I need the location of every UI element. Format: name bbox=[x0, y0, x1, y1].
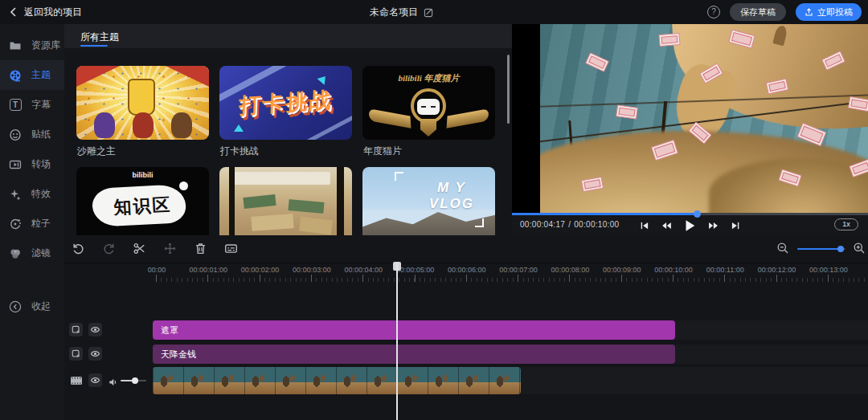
theme-card-my-vlog[interactable]: M YVLOG bbox=[362, 167, 495, 235]
sidebar-item-particles[interactable]: 粒子 bbox=[0, 209, 64, 239]
theme-card-shadiao-zhizhu[interactable] bbox=[76, 66, 209, 140]
sidebar-item-label: 滤镜 bbox=[31, 247, 51, 260]
sidebar-item-transitions[interactable]: 转场 bbox=[0, 149, 64, 179]
ruler-label: 00:00:12:00 bbox=[758, 266, 796, 274]
track-visibility-eye-icon[interactable] bbox=[88, 347, 102, 361]
cartoon-figure-decoration bbox=[94, 112, 115, 138]
back-to-projects-button[interactable]: 返回我的项目 bbox=[10, 0, 82, 24]
rename-edit-icon[interactable] bbox=[424, 7, 434, 18]
ruler-ticks-major bbox=[156, 275, 868, 282]
desk-decoration bbox=[251, 214, 293, 231]
play-button[interactable] bbox=[684, 219, 696, 232]
theme-card-title: 沙雕之主 bbox=[77, 145, 116, 158]
tab-active-underline bbox=[80, 45, 108, 47]
cut-scissors-icon[interactable] bbox=[133, 242, 146, 255]
sidebar-item-effects[interactable]: 特效 bbox=[0, 179, 64, 209]
preview-player: 00:00:04:17 / 00:00:10:00 1x bbox=[512, 24, 868, 235]
themes-tabbar: 所有主题 bbox=[64, 24, 512, 48]
effect-track-type-icon bbox=[69, 323, 83, 336]
ruler-label: 00:00:02:00 bbox=[241, 266, 280, 274]
playback-speed-button[interactable]: 1x bbox=[834, 218, 858, 230]
skip-to-start-button[interactable] bbox=[640, 221, 649, 230]
track-visibility-eye-icon[interactable] bbox=[88, 323, 102, 336]
sidebar-collapse-button[interactable]: 收起 bbox=[0, 292, 64, 321]
submit-label: 立即投稿 bbox=[817, 6, 853, 18]
effect-clip-mask[interactable]: 遮罩 bbox=[153, 320, 675, 340]
project-title: 未命名项目 bbox=[370, 6, 418, 19]
topbar-actions: ? 保存草稿 立即投稿 bbox=[707, 0, 862, 24]
theme-card-zhishiqu[interactable]: bilibili 知识区 bbox=[76, 167, 209, 235]
undo-icon[interactable] bbox=[72, 242, 85, 255]
transition-icon bbox=[9, 158, 22, 171]
top-bar: 返回我的项目 未命名项目 ? 保存草稿 立即投稿 bbox=[0, 0, 868, 24]
help-icon[interactable]: ? bbox=[707, 6, 720, 18]
sidebar-item-label: 主题 bbox=[31, 68, 51, 82]
zoom-in-icon[interactable] bbox=[853, 242, 866, 255]
theme-overlay-text: M YVLOG bbox=[429, 180, 474, 212]
ruler-label: 00:00:08:00 bbox=[551, 266, 590, 274]
sidebar-item-label: 特效 bbox=[31, 187, 51, 201]
timeline-zoom-controls bbox=[776, 235, 866, 262]
back-label: 返回我的项目 bbox=[24, 6, 82, 19]
video-clip-horse-footage[interactable] bbox=[153, 367, 521, 394]
sidebar-item-themes[interactable]: 主题 bbox=[0, 60, 64, 90]
player-controls: 00:00:04:17 / 00:00:10:00 1x bbox=[512, 213, 868, 235]
transport-controls bbox=[512, 215, 868, 235]
theme-card-daka-tiaozhan[interactable]: 打卡挑战 bbox=[219, 66, 352, 140]
volume-slider[interactable] bbox=[121, 380, 146, 381]
effect-track-type-icon bbox=[69, 347, 83, 361]
zoom-slider-handle[interactable] bbox=[837, 246, 844, 252]
speaker-volume-icon[interactable] bbox=[108, 376, 118, 390]
playhead-line[interactable] bbox=[396, 263, 398, 420]
skip-to-end-button[interactable] bbox=[731, 221, 740, 230]
ruler-label: 00:00:01:00 bbox=[190, 266, 228, 274]
delete-trash-icon[interactable] bbox=[194, 242, 207, 255]
desk-decoration bbox=[243, 194, 276, 209]
theme-card-title: 打卡挑战 bbox=[220, 145, 259, 158]
sidebar-item-subtitles[interactable]: T 字幕 bbox=[0, 90, 64, 120]
next-frame-button[interactable] bbox=[708, 221, 719, 230]
theme-card-classroom[interactable] bbox=[219, 167, 352, 235]
theme-card-niandu-maopian[interactable]: bilibili 年度猫片 bbox=[362, 66, 495, 140]
tv-mascot-face bbox=[417, 99, 440, 115]
dark-bar-decoration bbox=[229, 167, 235, 235]
timeline-zoom-slider[interactable] bbox=[797, 248, 845, 250]
submit-post-button[interactable]: 立即投稿 bbox=[796, 3, 862, 21]
timeline-ruler[interactable]: 00:00 00:00:01:00 00:00:02:00 00:00:03:0… bbox=[64, 263, 868, 283]
desk-decoration bbox=[299, 217, 333, 235]
ruler-label: 00:00:03:00 bbox=[293, 266, 331, 274]
sticker-icon bbox=[9, 128, 22, 141]
whiteboard-decoration bbox=[234, 172, 330, 185]
gold-ribbon-decoration bbox=[369, 108, 411, 128]
track-visibility-eye-icon[interactable] bbox=[88, 373, 102, 387]
effect-clip-falling-money[interactable]: 天降金钱 bbox=[153, 345, 675, 364]
sidebar-item-label: 贴纸 bbox=[31, 128, 51, 141]
save-draft-button[interactable]: 保存草稿 bbox=[730, 3, 786, 21]
volume-slider-handle[interactable] bbox=[132, 377, 138, 384]
clip-label: 遮罩 bbox=[161, 324, 178, 336]
caption-subtitle-icon[interactable] bbox=[224, 242, 238, 255]
adjust-move-icon[interactable] bbox=[163, 242, 177, 255]
redo-icon[interactable] bbox=[102, 242, 116, 255]
cartoon-figure-decoration bbox=[171, 112, 192, 138]
ruler-label: 00:00:11:00 bbox=[706, 266, 744, 274]
sidebar-item-label: 字幕 bbox=[31, 98, 51, 112]
sidebar-item-filters[interactable]: 滤镜 bbox=[0, 239, 64, 268]
filter-icon bbox=[9, 247, 22, 260]
ruler-label: 00:00 bbox=[148, 266, 166, 274]
video-editor-app: 返回我的项目 未命名项目 ? 保存草稿 立即投稿 资源库 主题 bbox=[0, 0, 868, 420]
sidebar-item-stickers[interactable]: 贴纸 bbox=[0, 120, 64, 149]
gold-emblem-ring bbox=[411, 88, 446, 124]
tab-all-themes[interactable]: 所有主题 bbox=[80, 31, 119, 44]
timeline-section: 00:00 00:00:01:00 00:00:02:00 00:00:03:0… bbox=[64, 235, 868, 420]
upload-icon bbox=[805, 7, 813, 17]
theme-overlay-text: bilibili 年度猫片 bbox=[362, 72, 495, 84]
previous-frame-button[interactable] bbox=[661, 221, 672, 230]
bracket-decoration bbox=[475, 218, 484, 227]
sidebar-item-library[interactable]: 资源库 bbox=[0, 31, 64, 60]
video-track-film-icon bbox=[69, 373, 83, 387]
zoom-out-icon[interactable] bbox=[776, 242, 790, 255]
collapse-label: 收起 bbox=[31, 300, 51, 313]
panel-scrollbar[interactable] bbox=[507, 55, 510, 124]
ruler-label: 00:00:06:00 bbox=[448, 266, 486, 274]
